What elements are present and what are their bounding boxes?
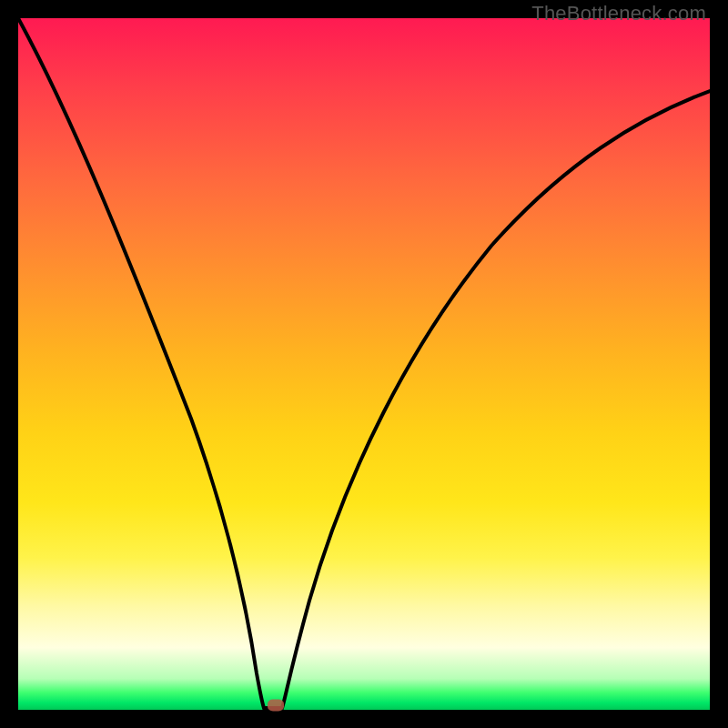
watermark-text: TheBottleneck.com bbox=[531, 2, 706, 25]
chart-min-marker bbox=[268, 700, 284, 712]
chart-curve-svg bbox=[18, 18, 710, 710]
chart-plot-area bbox=[18, 18, 710, 710]
chart-curve-path bbox=[18, 18, 710, 708]
chart-frame: TheBottleneck.com bbox=[0, 0, 728, 728]
